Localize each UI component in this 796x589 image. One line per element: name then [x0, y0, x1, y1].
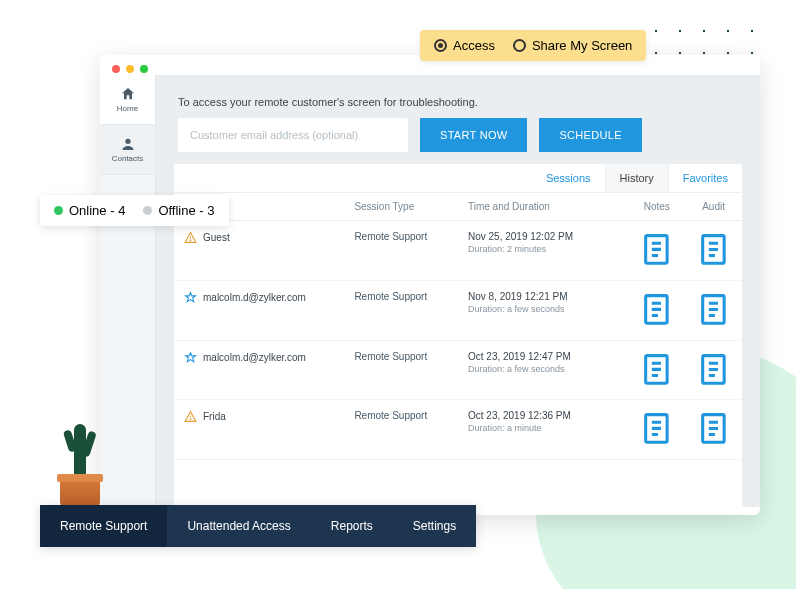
star-icon [184, 351, 197, 364]
radio-dot-icon [513, 39, 526, 52]
session-type: Remote Support [344, 340, 458, 400]
maximize-icon[interactable] [140, 65, 148, 73]
online-stat: Online - 4 [54, 203, 125, 218]
email-input[interactable] [178, 118, 408, 152]
session-time: Oct 23, 2019 12:47 PM [468, 351, 618, 362]
history-table: Customer Session Type Time and Duration … [174, 193, 742, 460]
content-panel: Sessions History Favorites Customer Sess… [174, 164, 742, 507]
main-panel: To access your remote customer's screen … [156, 75, 760, 507]
radio-dot-icon [434, 39, 447, 52]
session-duration: Duration: a few seconds [468, 364, 618, 374]
col-notes: Notes [628, 193, 685, 221]
nav-reports[interactable]: Reports [311, 505, 393, 547]
notes-icon[interactable] [638, 438, 675, 449]
mode-toggle: Access Share My Screen [420, 30, 646, 61]
session-time: Nov 8, 2019 12:21 PM [468, 291, 618, 302]
session-duration: Duration: a minute [468, 423, 618, 433]
session-duration: Duration: a few seconds [468, 304, 618, 314]
minimize-icon[interactable] [126, 65, 134, 73]
svg-point-27 [190, 419, 191, 420]
col-type: Session Type [344, 193, 458, 221]
audit-icon[interactable] [695, 438, 732, 449]
session-type: Remote Support [344, 221, 458, 281]
notes-icon[interactable] [638, 319, 675, 330]
audit-icon[interactable] [695, 259, 732, 270]
session-duration: Duration: 2 minutes [468, 244, 618, 254]
schedule-button[interactable]: SCHEDULE [539, 118, 641, 152]
sidebar-label: Home [117, 104, 138, 113]
col-audit: Audit [685, 193, 742, 221]
home-icon [120, 86, 136, 102]
access-label: Access [453, 38, 495, 53]
session-time: Nov 25, 2019 12:02 PM [468, 231, 618, 242]
table-row: malcolm.d@zylker.comRemote SupportNov 8,… [174, 280, 742, 340]
warning-icon [184, 231, 197, 244]
session-type: Remote Support [344, 400, 458, 460]
start-now-button[interactable]: START NOW [420, 118, 527, 152]
customer-name: malcolm.d@zylker.com [203, 352, 306, 363]
bottom-nav: Remote Support Unattended Access Reports… [40, 505, 476, 547]
notes-icon[interactable] [638, 259, 675, 270]
close-icon[interactable] [112, 65, 120, 73]
warning-icon [184, 410, 197, 423]
nav-settings[interactable]: Settings [393, 505, 476, 547]
hero-section: To access your remote customer's screen … [174, 90, 742, 152]
offline-dot-icon [143, 206, 152, 215]
notes-icon[interactable] [638, 378, 675, 389]
sidebar-item-contacts[interactable]: Contacts [100, 125, 155, 175]
online-label: Online - 4 [69, 203, 125, 218]
hero-tagline: To access your remote customer's screen … [178, 96, 738, 108]
tab-history[interactable]: History [605, 164, 669, 192]
access-radio[interactable]: Access [434, 38, 495, 53]
audit-icon[interactable] [695, 319, 732, 330]
share-label: Share My Screen [532, 38, 632, 53]
star-icon [184, 291, 197, 304]
svg-point-1 [190, 240, 191, 241]
table-row: GuestRemote SupportNov 25, 2019 12:02 PM… [174, 221, 742, 281]
customer-name: malcolm.d@zylker.com [203, 292, 306, 303]
status-chip: Online - 4 Offline - 3 [40, 195, 229, 226]
tab-favorites[interactable]: Favorites [669, 164, 742, 192]
app-window: Home Contacts To access your remote cust… [100, 55, 760, 515]
tab-row: Sessions History Favorites [174, 164, 742, 193]
customer-name: Guest [203, 232, 230, 243]
audit-icon[interactable] [695, 378, 732, 389]
offline-stat: Offline - 3 [143, 203, 214, 218]
online-dot-icon [54, 206, 63, 215]
sidebar-label: Contacts [112, 154, 144, 163]
decorative-cactus [60, 479, 100, 507]
session-type: Remote Support [344, 280, 458, 340]
nav-remote-support[interactable]: Remote Support [40, 505, 167, 547]
sidebar-item-home[interactable]: Home [100, 75, 155, 125]
tab-sessions[interactable]: Sessions [532, 164, 605, 192]
table-row: FridaRemote SupportOct 23, 2019 12:36 PM… [174, 400, 742, 460]
sidebar: Home Contacts [100, 75, 156, 507]
customer-name: Frida [203, 411, 226, 422]
nav-unattended[interactable]: Unattended Access [167, 505, 310, 547]
offline-label: Offline - 3 [158, 203, 214, 218]
table-row: malcolm.d@zylker.comRemote SupportOct 23… [174, 340, 742, 400]
share-radio[interactable]: Share My Screen [513, 38, 632, 53]
col-time: Time and Duration [458, 193, 628, 221]
session-time: Oct 23, 2019 12:36 PM [468, 410, 618, 421]
contacts-icon [120, 136, 136, 152]
